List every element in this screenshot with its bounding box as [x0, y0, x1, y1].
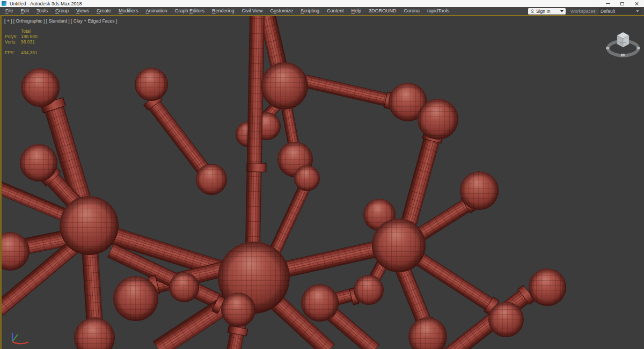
menu-item-scripting[interactable]: Scripting — [297, 7, 323, 15]
maximize-icon — [620, 2, 624, 5]
minimize-button[interactable] — [601, 0, 615, 7]
y-axis — [12, 335, 18, 341]
viewcube-south-notch[interactable] — [621, 54, 625, 56]
menu-item-3dground[interactable]: 3DGROUND — [365, 7, 400, 15]
stats-polys-value: 186 600 — [21, 34, 38, 39]
viewcube-west-notch[interactable] — [606, 47, 609, 49]
menu-items: FileEditToolsGroupViewsCreateModifiersAn… — [2, 7, 453, 15]
viewport-canvas[interactable] — [2, 16, 644, 349]
close-button[interactable] — [630, 0, 644, 7]
stats-polys-label: Polys: — [5, 34, 21, 39]
window-controls — [601, 0, 644, 7]
menu-item-customize[interactable]: Customize — [266, 7, 297, 15]
menu-item-edit[interactable]: Edit — [17, 7, 33, 15]
sign-in-button[interactable]: Sign In — [528, 8, 566, 14]
maximize-button[interactable] — [615, 0, 630, 7]
3dsmax-window: { "window": { "title": "Untitled - Autod… — [0, 0, 644, 349]
minimize-icon — [606, 3, 610, 4]
workspaces-value: Default — [601, 9, 615, 14]
sign-in-label: Sign In — [536, 9, 550, 14]
menu-item-tools[interactable]: Tools — [33, 7, 52, 15]
viewport-label[interactable]: [ + ] [ Orthographic ] [ Standard ] [ Cl… — [4, 18, 117, 24]
viewcube-east-notch[interactable] — [637, 47, 640, 49]
chevron-down-icon — [636, 10, 639, 12]
menu-item-rendering[interactable]: Rendering — [208, 7, 238, 15]
app-icon — [2, 1, 6, 6]
viewcube-cube[interactable]: FRONT — [617, 32, 629, 47]
workspaces-dropdown[interactable]: Default — [599, 8, 641, 14]
chevron-down-icon — [560, 10, 564, 12]
menu-bar-right: Sign In Workspaces: Default — [528, 8, 642, 14]
menu-item-modifiers[interactable]: Modifiers — [115, 7, 142, 15]
menu-item-animation[interactable]: Animation — [142, 7, 171, 15]
menu-item-views[interactable]: Views — [72, 7, 93, 15]
viewport[interactable]: [ + ] [ Orthographic ] [ Standard ] [ Cl… — [0, 15, 644, 349]
window-title: Untitled - Autodesk 3ds Max 2018 — [10, 1, 82, 6]
stats-total-header: Total — [21, 28, 31, 34]
stats-verts-value: 96 031 — [21, 39, 35, 45]
stats-fps-label: FPS: — [5, 50, 21, 55]
x-axis — [12, 341, 28, 344]
menu-item-help[interactable]: Help — [348, 7, 365, 15]
menu-item-create[interactable]: Create — [93, 7, 115, 15]
stats-verts-label: Verts: — [5, 39, 21, 45]
viewcube-front-label: FRONT — [620, 42, 627, 44]
menu-item-content[interactable]: Content — [323, 7, 348, 15]
title-bar: Untitled - Autodesk 3ds Max 2018 — [0, 0, 644, 7]
close-icon — [635, 2, 639, 6]
menu-item-corona[interactable]: Corona — [400, 7, 424, 15]
menu-item-file[interactable]: File — [2, 7, 17, 15]
view-cube[interactable]: FRONT — [603, 25, 643, 66]
stats-fps-value: 404,351 — [21, 50, 38, 55]
menu-bar: FileEditToolsGroupViewsCreateModifiersAn… — [0, 7, 644, 15]
workspaces-label: Workspaces: — [570, 9, 597, 14]
axis-tripod-icon — [7, 322, 39, 347]
user-icon — [530, 9, 535, 13]
menu-item-rapidtools[interactable]: rapidTools — [423, 7, 453, 15]
menu-item-graph-editors[interactable]: Graph Editors — [171, 7, 209, 15]
workspaces-control: Workspaces: Default — [570, 8, 641, 14]
menu-item-group[interactable]: Group — [52, 7, 72, 15]
menu-item-civil-view[interactable]: Civil View — [238, 7, 267, 15]
statistics-overlay: Total Polys:186 600 Verts:96 031 FPS:404… — [5, 28, 38, 55]
